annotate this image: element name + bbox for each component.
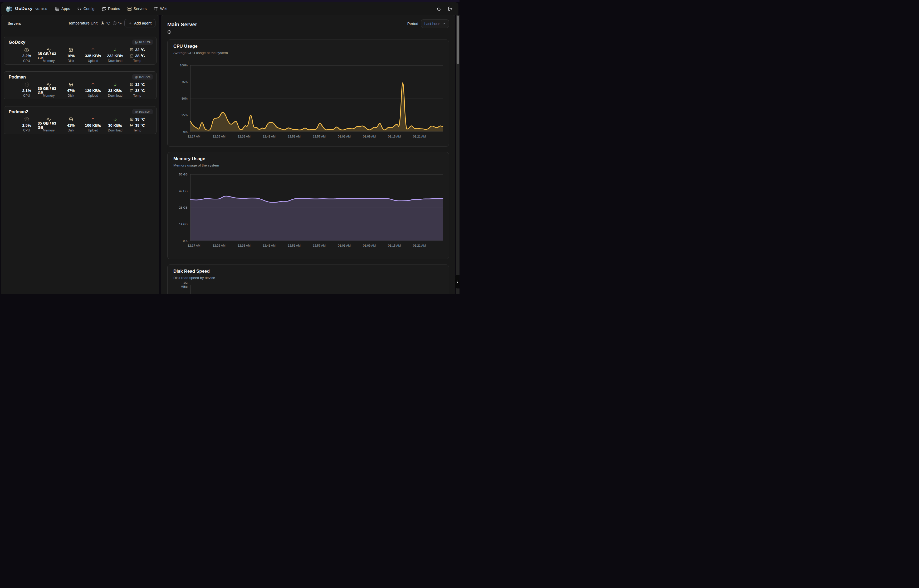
dark-mode-toggle-moon-icon[interactable] (437, 6, 442, 11)
globe-icon (167, 30, 171, 34)
nav-item-label: Apps (61, 6, 70, 11)
upload-stat: 129 KB/s Upload (82, 82, 104, 97)
disk-read-speed-chart (190, 285, 443, 294)
app-title: GoDoxy (15, 6, 32, 11)
scrollbar-thumb[interactable] (457, 16, 459, 64)
chart-title: CPU Usage (173, 44, 443, 49)
server-timestamp-badge: @ 16:16:24 (132, 74, 153, 79)
chevron-left-icon (455, 280, 459, 283)
cpu-stat: 2.2% CPU (16, 47, 38, 63)
hard-drive-icon (130, 54, 134, 58)
server-timestamp-badge: @ 16:16:24 (132, 39, 153, 45)
servers-sidebar: Servers Temperature Unit °C °F Add agent… (1, 15, 159, 294)
server-name: Podman2 (9, 109, 152, 114)
cpu-usage-chart (190, 65, 443, 132)
nav-menu: Apps Config Routes Servers Wiki (55, 6, 167, 11)
fahrenheit-radio[interactable]: °F (113, 21, 122, 25)
temperature-unit-label: Temperature Unit (68, 21, 97, 25)
radio-unselected-icon (113, 21, 116, 25)
radio-selected-icon (101, 21, 104, 25)
cpu-usage-card: CPU Usage Average CPU usage of the syste… (167, 39, 449, 147)
nav-item-label: Config (84, 6, 95, 11)
x-axis-labels: 12:17 AM12:26 AM12:35 AM12:41 AM12:51 AM… (190, 135, 443, 139)
arrow-up-icon (90, 82, 95, 87)
period-select[interactable]: Last hour (421, 19, 449, 28)
x-axis-labels: 12:17 AM12:26 AM12:35 AM12:41 AM12:51 AM… (190, 244, 443, 248)
upload-stat: 106 KB/s Upload (82, 117, 104, 132)
server-timestamp-badge: @ 16:16:24 (132, 109, 153, 114)
cpu-stat: 2.5% CPU (16, 117, 38, 132)
grid-icon (55, 6, 60, 11)
code-icon (77, 6, 82, 11)
arrow-up-icon (90, 47, 95, 52)
add-agent-button[interactable]: Add agent (124, 19, 155, 27)
godoxy-logo (5, 5, 13, 12)
download-stat: 232 KB/s Download (104, 47, 126, 63)
server-card-list: GoDoxy @ 16:16:24 2.2% CPU 35 GB / 63 GB… (1, 37, 159, 134)
hard-drive-icon (68, 47, 73, 52)
collapse-panel-handle[interactable] (455, 275, 460, 289)
hard-drive-icon (130, 124, 134, 128)
disk-stat: 41% Disk (60, 117, 82, 132)
nav-item-config[interactable]: Config (77, 6, 95, 11)
server-name: Podman (9, 74, 152, 79)
nav-item-routes[interactable]: Routes (102, 6, 120, 11)
y-axis-labels: 56 GB42 GB28 GB14 GB0 B (173, 174, 190, 241)
y-axis-labels: 1/2 MB/s (173, 285, 190, 294)
y-axis-labels: 100%75%50%25%0% (173, 65, 190, 132)
cpu-icon (24, 82, 29, 87)
cpu-icon (130, 48, 134, 52)
server-card-podman[interactable]: Podman @ 16:16:24 2.1% CPU 35 GB / 63 GB… (4, 71, 157, 99)
disk-stat: 16% Disk (60, 47, 82, 63)
arrow-up-icon (90, 117, 95, 122)
nav-item-label: Servers (134, 6, 147, 11)
activity-icon (46, 117, 51, 122)
chart-title: Memory Usage (173, 156, 443, 162)
nav-item-label: Wiki (160, 6, 167, 11)
logout-icon[interactable] (448, 6, 453, 11)
server-card-godoxy[interactable]: GoDoxy @ 16:16:24 2.2% CPU 35 GB / 63 GB… (4, 37, 157, 65)
temp-stat: 32 °C 38 °C Temp (126, 47, 149, 63)
cpu-icon (130, 117, 134, 121)
server-card-podman2[interactable]: Podman2 @ 16:16:24 2.5% CPU 35 GB / 63 G… (4, 106, 157, 134)
plus-icon (128, 21, 132, 25)
server-icon (127, 6, 132, 11)
hard-drive-icon (130, 89, 134, 93)
vertical-scrollbar (456, 15, 460, 294)
disk-read-speed-card: Disk Read Speed Disk read speed by devic… (167, 265, 449, 294)
chart-subtitle: Average CPU usage of the system (173, 51, 443, 55)
nav-item-wiki[interactable]: Wiki (154, 6, 167, 11)
server-detail-panel: Main Server Period Last hour CPU Usage A… (161, 15, 455, 294)
memory-stat: 35 GB / 63 GB Memory (38, 117, 60, 132)
page-title: Main Server (167, 22, 449, 27)
download-stat: 23 KB/s Download (104, 82, 126, 97)
navbar: GoDoxy v0.18.0 Apps Config Routes Server… (1, 2, 459, 15)
arrow-down-icon (113, 117, 118, 122)
arrow-down-icon (113, 82, 118, 87)
route-icon (102, 6, 106, 11)
nav-item-servers[interactable]: Servers (127, 6, 147, 11)
chart-subtitle: Memory usage of the system (173, 163, 443, 167)
server-name: GoDoxy (9, 40, 152, 45)
app-version: v0.18.0 (35, 7, 47, 11)
hard-drive-icon (68, 117, 73, 122)
book-open-icon (154, 6, 158, 11)
period-label: Period (407, 22, 418, 26)
hard-drive-icon (68, 82, 73, 87)
window-top-strip (0, 0, 460, 2)
cpu-icon (24, 117, 29, 122)
celsius-radio[interactable]: °C (101, 21, 110, 25)
chevron-down-icon (442, 22, 446, 26)
sidebar-heading: Servers (7, 21, 21, 26)
disk-stat: 47% Disk (60, 82, 82, 97)
cpu-icon (24, 47, 29, 52)
temp-stat: 32 °C 38 °C Temp (126, 82, 149, 97)
activity-icon (46, 82, 51, 87)
nav-item-apps[interactable]: Apps (55, 6, 70, 11)
chart-title: Disk Read Speed (173, 269, 443, 274)
memory-stat: 35 GB / 63 GB Memory (38, 47, 60, 63)
memory-usage-card: Memory Usage Memory usage of the system … (167, 152, 449, 259)
temp-stat: 38 °C 38 °C Temp (126, 117, 149, 132)
activity-icon (46, 47, 51, 52)
cpu-stat: 2.1% CPU (16, 82, 38, 97)
